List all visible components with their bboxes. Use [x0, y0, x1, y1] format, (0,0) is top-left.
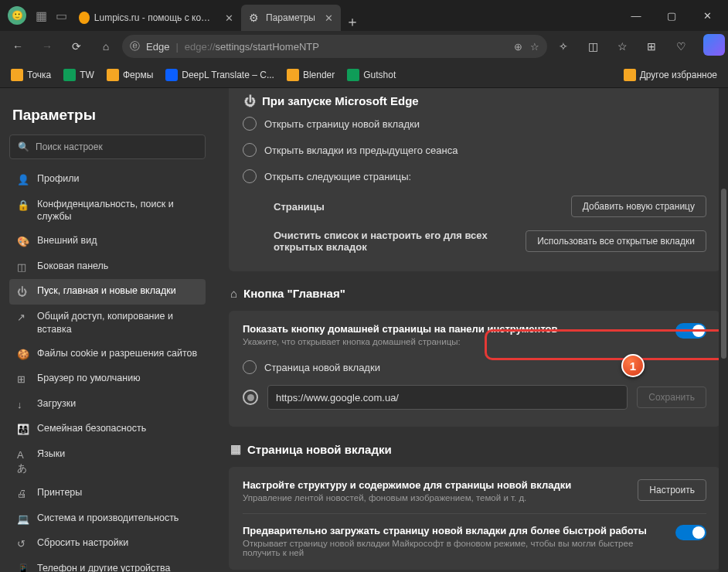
use-all-tabs-button[interactable]: Использовать все открытые вкладки	[526, 230, 706, 252]
home-button-toggle[interactable]	[675, 323, 706, 339]
ntp-customize-label: Настройте структуру и содержимое для стр…	[243, 479, 571, 491]
preload-toggle[interactable]	[675, 525, 706, 540]
new-tab-button[interactable]: ＋	[341, 12, 364, 31]
edge-label: Edge	[146, 41, 169, 53]
close-button[interactable]: ✕	[689, 0, 725, 31]
collections-icon[interactable]: ⊞	[638, 35, 665, 58]
home-url-input[interactable]: https://www.google.com.ua/	[267, 385, 628, 410]
bookmark-item[interactable]: Blender	[282, 66, 339, 84]
close-icon[interactable]: ✕	[225, 12, 233, 24]
sidebar-item-downloads[interactable]: ↓Загрузки	[9, 392, 206, 417]
forward-button: →	[34, 35, 60, 58]
close-icon[interactable]: ✕	[325, 12, 333, 24]
radio-home-url[interactable]: https://www.google.com.ua/ Сохранить	[243, 380, 706, 414]
minimize-button[interactable]: —	[618, 0, 654, 31]
bookmark-item[interactable]: Gutshot	[342, 66, 400, 84]
scroll-thumb[interactable]	[721, 189, 726, 359]
sidebar-item-default[interactable]: ⊞Браузер по умолчанию	[9, 366, 206, 392]
sidebar-item-appearance[interactable]: 🎨Внешний вид	[9, 229, 206, 254]
titlebar: 🙂 ▦ ▭ Lumpics.ru - помощь с компьют... ✕…	[0, 0, 728, 31]
collections-icon[interactable]: ▭	[51, 0, 71, 31]
clear-label: Очистить список и настроить его для всех…	[274, 230, 505, 253]
radio-open-pages[interactable]: Открыть следующие страницы:	[243, 163, 706, 189]
section-title: При запуске Microsoft Edge	[262, 94, 419, 107]
extensions-icon[interactable]: ✧	[550, 35, 577, 58]
sidebar-item-start[interactable]: ⏻Пуск, главная и новые вкладки	[9, 279, 206, 305]
section-title: Страница новой вкладки	[247, 443, 392, 456]
add-page-button[interactable]: Добавить новую страницу	[571, 196, 706, 217]
sidebar-item-languages[interactable]: AあЯзыки	[9, 442, 206, 481]
grid-icon: ▦	[230, 442, 241, 456]
back-button[interactable]: ←	[5, 35, 31, 58]
settings-sidebar: Параметры 🔍 Поиск настроек 👤Профили 🔒Кон…	[0, 88, 215, 572]
sidebar-item-cookies[interactable]: 🍪Файлы cookie и разрешения сайтов	[9, 342, 206, 367]
profile-avatar[interactable]: 🙂	[8, 6, 26, 25]
radio-open-ntp[interactable]: Открыть страницу новой вкладки	[243, 111, 706, 137]
ntp-preload-desc: Открывает страницу новой вкладки Майкрос…	[243, 539, 663, 557]
sidebar-item-profiles[interactable]: 👤Профили	[9, 167, 206, 192]
bookmarks-bar: Точка TW Фермы DeepL Translate – C... Bl…	[0, 62, 728, 88]
search-icon: 🔍	[18, 141, 29, 152]
performance-icon[interactable]: ♡	[668, 35, 694, 58]
settings-main: ⏻ При запуске Microsoft Edge Открыть стр…	[215, 88, 728, 572]
tab-label: Параметры	[266, 12, 315, 23]
favorite-icon[interactable]: ☆	[530, 41, 539, 53]
tab-lumpics[interactable]: Lumpics.ru - помощь с компьют... ✕	[71, 5, 241, 31]
reload-button[interactable]: ⟳	[63, 35, 90, 58]
ntp-customize-desc: Управление лентой новостей, фоновым изоб…	[243, 493, 571, 502]
section-title: Кнопка "Главная"	[243, 287, 345, 300]
home-icon: ⌂	[230, 287, 237, 300]
maximize-button[interactable]: ▢	[654, 0, 689, 31]
sidebar-item-privacy[interactable]: 🔒Конфиденциальность, поиск и службы	[9, 192, 206, 230]
other-bookmarks[interactable]: Другое избранное	[619, 66, 722, 84]
split-icon[interactable]: ◫	[580, 35, 606, 58]
favorites-icon[interactable]: ☆	[609, 35, 635, 58]
save-button[interactable]: Сохранить	[637, 386, 706, 408]
address-bar[interactable]: ⓔ Edge | edge://settings/startHomeNTP ⊕ …	[122, 35, 547, 58]
sidebar-item-phone[interactable]: 📱Телефон и другие устройства	[9, 557, 206, 572]
power-icon: ⏻	[244, 94, 256, 107]
bookmark-item[interactable]: DeepL Translate – C...	[161, 66, 279, 84]
search-input[interactable]: 🔍 Поиск настроек	[9, 134, 206, 159]
separator: |	[175, 41, 178, 53]
radio-home-ntp[interactable]: Страница новой вкладки	[243, 354, 706, 380]
scrollbar[interactable]	[719, 88, 728, 572]
home-toggle-label: Показать кнопку домашней страницы на пан…	[243, 323, 558, 335]
home-hint: Укажите, что открывает кнопка домашней с…	[243, 337, 558, 346]
bookmark-item[interactable]: TW	[59, 66, 99, 84]
sidebar-item-reset[interactable]: ↺Сбросить настройки	[9, 531, 206, 557]
search-icon[interactable]: ⊕	[514, 41, 522, 53]
search-placeholder: Поиск настроек	[36, 141, 103, 152]
edge-icon: ⓔ	[130, 39, 140, 53]
radio-open-previous[interactable]: Открыть вкладки из предыдущего сеанса	[243, 137, 706, 163]
tab-settings[interactable]: ⚙ Параметры ✕	[241, 5, 341, 31]
sidebar-title: Параметры	[12, 107, 202, 124]
favicon-lumpics	[79, 12, 90, 24]
workspace-icon[interactable]: ▦	[31, 0, 51, 31]
sidebar-item-sidebar[interactable]: ◫Боковая панель	[9, 254, 206, 280]
bookmark-item[interactable]: Точка	[6, 66, 56, 84]
gear-icon: ⚙	[249, 12, 261, 24]
pages-label: Страницы	[274, 201, 325, 213]
customize-button[interactable]: Настроить	[638, 479, 706, 501]
url-text: edge://settings/startHomeNTP	[185, 41, 319, 53]
sidebar-item-system[interactable]: 💻Система и производительность	[9, 506, 206, 532]
copilot-button[interactable]	[703, 34, 725, 56]
ntp-preload-label: Предварительно загружать страницу новой …	[243, 525, 663, 536]
sidebar-item-family[interactable]: 👨‍👩‍👧Семейная безопасность	[9, 417, 206, 442]
bookmark-item[interactable]: Фермы	[102, 66, 158, 84]
sidebar-item-share[interactable]: ↗Общий доступ, копирование и вставка	[9, 305, 206, 342]
sidebar-item-printers[interactable]: 🖨Принтеры	[9, 481, 206, 506]
tab-label: Lumpics.ru - помощь с компьют...	[94, 12, 216, 23]
toolbar: ← → ⟳ ⌂ ⓔ Edge | edge://settings/startHo…	[0, 31, 728, 62]
home-button[interactable]: ⌂	[93, 35, 119, 58]
